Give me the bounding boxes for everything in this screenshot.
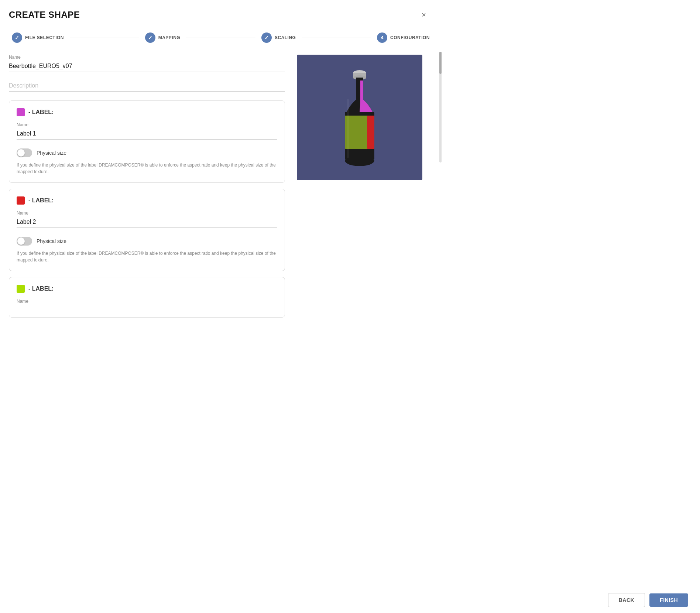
bottle-container	[297, 55, 422, 180]
label-card-3: - LABEL: Name	[9, 277, 285, 318]
stepper: ✓ FILE SELECTION ✓ MAPPING ✓ SCALING 4 C…	[0, 27, 442, 49]
label-2-physical-size-toggle[interactable]	[17, 237, 32, 246]
step-file-selection: ✓ FILE SELECTION	[12, 32, 64, 43]
label-3-color-box	[17, 285, 25, 293]
step-label-file-selection: FILE SELECTION	[25, 35, 64, 40]
label-1-description: If you define the physical size of the l…	[17, 162, 277, 175]
close-button[interactable]: ×	[418, 9, 430, 21]
step-icon-file-selection: ✓	[12, 32, 22, 43]
label-1-toggle-row: Physical size	[17, 148, 277, 157]
label-3-header-text: - LABEL:	[28, 285, 54, 292]
label-2-name-label: Name	[17, 210, 277, 216]
label-3-name-label: Name	[17, 299, 277, 304]
name-field-group: Name	[9, 55, 285, 72]
step-icon-mapping: ✓	[145, 32, 155, 43]
label-2-description: If you define the physical size of the l…	[17, 250, 277, 263]
step-icon-scaling: ✓	[261, 32, 272, 43]
name-label: Name	[9, 55, 285, 60]
page-title: CREATE SHAPE	[9, 10, 80, 20]
main-content: Name - LABEL: Name Physical size If	[0, 49, 442, 595]
step-configuration: 4 CONFIGURATION	[377, 32, 430, 43]
label-2-toggle-label: Physical size	[37, 238, 66, 244]
label-1-toggle-label: Physical size	[37, 150, 66, 156]
step-icon-configuration: 4	[377, 32, 387, 43]
label-2-color-box	[17, 196, 25, 205]
step-mapping: ✓ MAPPING	[145, 32, 181, 43]
label-2-header: - LABEL:	[17, 196, 277, 205]
step-label-configuration: CONFIGURATION	[390, 35, 430, 40]
name-input[interactable]	[9, 61, 285, 72]
left-panel: Name - LABEL: Name Physical size If	[9, 55, 288, 595]
preview-image	[297, 55, 422, 180]
right-panel	[297, 55, 430, 595]
label-3-name-group: Name	[17, 299, 277, 304]
description-input[interactable]	[9, 81, 285, 92]
label-2-toggle-thumb	[17, 237, 25, 245]
step-label-mapping: MAPPING	[158, 35, 181, 40]
step-line-3	[302, 38, 371, 38]
description-field-group	[9, 81, 285, 92]
footer: BACK FINISH	[0, 587, 442, 595]
label-1-header: - LABEL:	[17, 108, 277, 116]
right-scrollbar[interactable]	[439, 52, 442, 162]
label-2-name-input[interactable]	[17, 217, 277, 228]
label-1-name-input[interactable]	[17, 129, 277, 140]
label-1-name-group: Name	[17, 122, 277, 140]
step-label-scaling: SCALING	[275, 35, 296, 40]
label-card-1: - LABEL: Name Physical size If you defin…	[9, 100, 285, 183]
label-3-header: - LABEL:	[17, 285, 277, 293]
svg-rect-4	[360, 81, 363, 100]
label-1-name-label: Name	[17, 122, 277, 127]
step-line-1	[70, 38, 139, 38]
label-1-toggle-thumb	[17, 149, 25, 157]
label-card-2: - LABEL: Name Physical size If you defin…	[9, 189, 285, 271]
label-2-name-group: Name	[17, 210, 277, 228]
header: CREATE SHAPE ×	[0, 0, 442, 27]
right-scrollbar-thumb	[439, 52, 442, 74]
svg-rect-7	[367, 116, 374, 149]
label-1-physical-size-toggle[interactable]	[17, 148, 32, 157]
svg-rect-8	[347, 99, 349, 158]
step-line-2	[186, 38, 255, 38]
label-1-header-text: - LABEL:	[28, 109, 54, 116]
step-scaling: ✓ SCALING	[261, 32, 296, 43]
label-1-color-box	[17, 108, 25, 116]
label-2-header-text: - LABEL:	[28, 197, 54, 204]
bottle-svg	[330, 62, 389, 173]
label-2-toggle-row: Physical size	[17, 237, 277, 246]
